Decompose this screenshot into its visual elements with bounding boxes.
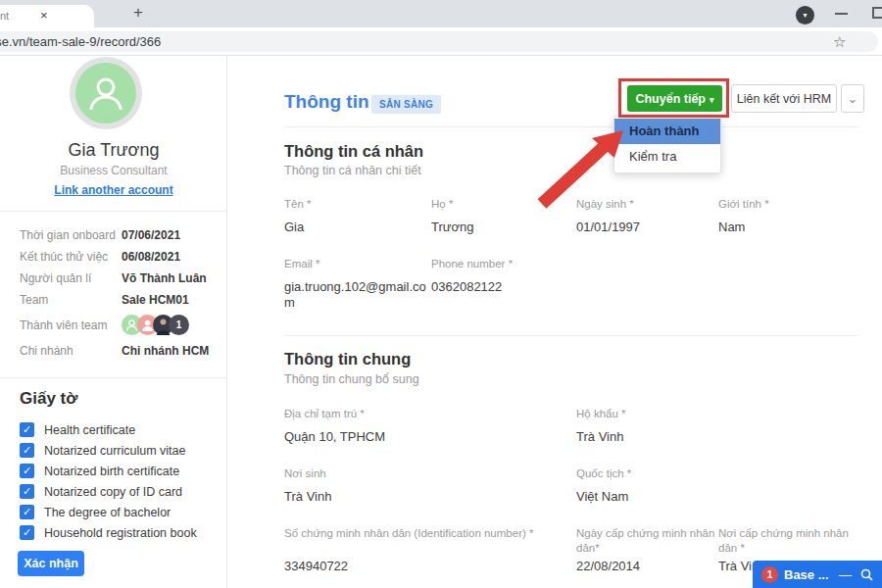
field-id-number: Số chứng minh nhân dân (Identification n… [284, 526, 608, 580]
field-value: Trương [431, 220, 473, 235]
widget-title: Base ... [784, 567, 839, 582]
checkbox-id-card-copy[interactable]: ✓ Notarized copy of ID card [20, 481, 197, 502]
checkbox-curriculum-vitae[interactable]: ✓ Notarized curriculum vitae [20, 440, 197, 461]
detail-row-probation-end: Kết thúc thử việc 06/08/2021 [20, 250, 216, 265]
personal-section-subheading: Thông tin cá nhân chi tiết [284, 164, 421, 177]
documents-heading: Giấy tờ [20, 389, 77, 409]
widget-minimize-icon[interactable]: — [839, 567, 852, 582]
bookmark-star-icon[interactable]: ☆ [833, 33, 846, 51]
checkbox-checked-icon[interactable]: ✓ [20, 464, 34, 478]
window-maximize-icon[interactable] [872, 7, 882, 19]
team-avatar-count[interactable]: 1 [169, 315, 189, 335]
checkbox-label: Notarized copy of ID card [44, 485, 182, 499]
checkbox-household-book[interactable]: ✓ Household registration book [20, 522, 197, 543]
menu-item-check[interactable]: Kiểm tra [614, 144, 720, 170]
field-value: 334940722 [284, 559, 348, 574]
field-label: Giới tính * [718, 197, 769, 212]
checkbox-checked-icon[interactable]: ✓ [20, 484, 34, 499]
browser-tabstrip: nt × + ▾ [0, 0, 882, 27]
detail-value: Sale HCM01 [122, 293, 189, 308]
checkbox-checked-icon[interactable]: ✓ [20, 422, 34, 437]
person-icon [87, 74, 124, 112]
checkbox-checked-icon[interactable]: ✓ [20, 443, 34, 458]
address-bar[interactable]: ase.vn/team-sale-9/record/366 ☆ [0, 31, 878, 52]
checkbox-label: Health certificate [44, 423, 135, 437]
field-value: Trà Vinh [284, 489, 331, 505]
tab-close-icon[interactable]: × [40, 8, 48, 23]
checkbox-label: Household registration book [44, 526, 197, 540]
profile-name: Gia Trương [0, 140, 227, 161]
field-phone: Phone number * 0362082122 [431, 257, 513, 295]
detail-row-team: Team Sale HCM01 [20, 293, 216, 308]
field-value: 0362082122 [431, 279, 513, 295]
personal-section-heading: Thông tin cá nhân [284, 142, 423, 161]
field-first-name: Tên * Gia [284, 197, 312, 235]
confirm-button[interactable]: Xác nhận [18, 551, 84, 576]
field-email: Email * gia.truong.102@gmail.com [284, 257, 435, 311]
forward-button[interactable]: Chuyển tiếp▾ [627, 85, 722, 112]
field-label: Số chứng minh nhân dân (Identification n… [284, 526, 608, 541]
profile-role: Business Consultant [0, 164, 227, 177]
field-birthdate: Ngày sinh * 01/01/1997 [576, 197, 640, 235]
field-id-issue-date: Ngày cấp chứng minh nhân dân* 22/08/2014 [576, 526, 725, 580]
checkbox-birth-certificate[interactable]: ✓ Notarized birth certificate [20, 461, 197, 481]
detail-value: 06/08/2021 [122, 250, 180, 265]
browser-tab[interactable]: nt × [0, 5, 94, 27]
base-chat-widget[interactable]: 1 Base ... — [753, 561, 882, 588]
record-panel: Thông tin SẴN SÀNG Chuyển tiếp▾ Liên kết… [228, 56, 882, 588]
field-birthplace: Nơi sinh Trà Vinh [284, 466, 331, 505]
field-value: Nam [718, 220, 769, 235]
link-hrm-button[interactable]: Liên kết với HRM [731, 84, 837, 113]
forward-button-label: Chuyển tiếp [635, 92, 706, 106]
more-actions-button[interactable]: ⌄ [841, 84, 864, 113]
field-value: Quận 10, TPHCM [284, 429, 385, 445]
detail-label: Thời gian onboard [20, 228, 122, 243]
status-badge: SẴN SÀNG [371, 95, 441, 114]
notification-badge: 1 [761, 566, 778, 583]
browser-update-badge-icon[interactable]: ▾ [796, 6, 814, 24]
avatar [70, 57, 142, 129]
detail-row-manager: Người quản lí Võ Thành Luân [20, 271, 216, 286]
caret-down-icon: ▾ [710, 95, 714, 105]
sidebar-divider [0, 211, 227, 212]
checkbox-checked-icon[interactable]: ✓ [20, 525, 34, 540]
field-label: Họ * [431, 197, 473, 212]
field-value: Trà Vinh [576, 429, 626, 445]
field-label: Tên * [284, 197, 312, 212]
tab-title: nt [0, 10, 9, 22]
detail-value: 07/06/2021 [122, 228, 180, 243]
field-label: Phone number * [431, 257, 513, 271]
checkbox-bachelor-degree[interactable]: ✓ The degree of bachelor [20, 502, 197, 522]
window-minimize-icon[interactable] [835, 13, 848, 15]
header-divider [284, 126, 858, 127]
field-value: gia.truong.102@gmail.com [284, 279, 435, 311]
field-label: Nơi sinh [284, 466, 331, 481]
forward-dropdown-menu: Hoàn thành Kiểm tra [613, 116, 721, 173]
url-text[interactable]: ase.vn/team-sale-9/record/366 [0, 34, 161, 49]
checkbox-label: Notarized curriculum vitae [44, 444, 186, 458]
detail-row-team-members: Thành viên team 1 [20, 315, 216, 335]
section-divider [284, 335, 858, 336]
new-tab-icon[interactable]: + [133, 3, 143, 23]
sidebar-divider [0, 377, 227, 378]
detail-row-onboard: Thời gian onboard 07/06/2021 [20, 228, 216, 243]
checkbox-checked-icon[interactable]: ✓ [20, 505, 34, 519]
field-value: Việt Nam [576, 489, 631, 505]
field-label: Quốc tịch * [576, 466, 631, 481]
detail-row-branch: Chi nhánh Chi nhánh HCM [20, 344, 216, 359]
link-another-account[interactable]: Link another account [0, 183, 227, 197]
checkbox-health-certificate[interactable]: ✓ Health certificate [20, 419, 197, 440]
field-label: Ngày sinh * [576, 197, 640, 212]
checkbox-label: The degree of bachelor [44, 506, 171, 519]
search-icon[interactable] [860, 568, 873, 581]
field-label: Hộ khẩu * [576, 407, 626, 421]
field-value: 01/01/1997 [576, 220, 640, 235]
general-section-heading: Thông tin chung [284, 350, 411, 368]
field-label: Email * [284, 257, 435, 271]
menu-item-complete[interactable]: Hoàn thành [614, 119, 720, 144]
browser-toolbar: ase.vn/team-sale-9/record/366 ☆ [0, 27, 882, 56]
field-temp-address: Địa chỉ tạm trú * Quận 10, TPHCM [284, 407, 385, 445]
field-nationality: Quốc tịch * Việt Nam [576, 466, 631, 505]
general-section-subheading: Thông tin chung bổ sung [284, 372, 419, 386]
team-avatar-group[interactable]: 1 [122, 315, 189, 335]
